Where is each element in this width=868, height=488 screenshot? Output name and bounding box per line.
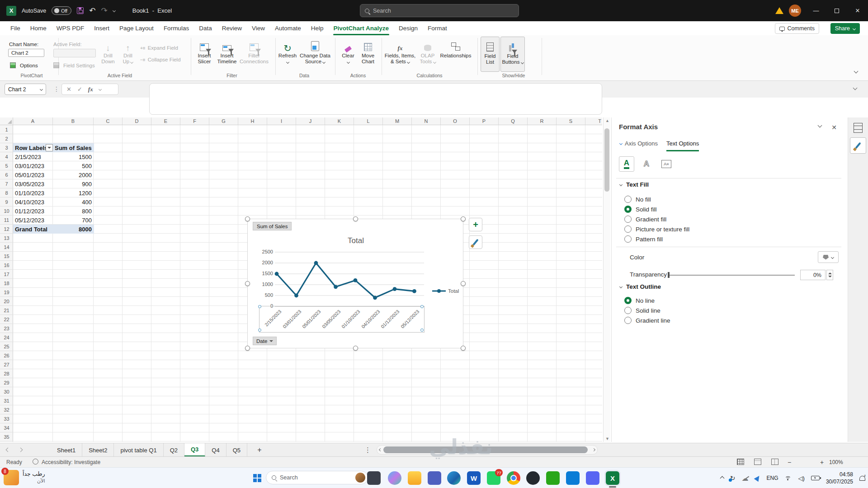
- column-header-R[interactable]: R: [528, 117, 557, 125]
- row-labels-filter-button[interactable]: [46, 144, 53, 151]
- volume-icon[interactable]: ◁): [798, 475, 805, 482]
- menu-tab-wps-pdf[interactable]: WPS PDF: [52, 21, 90, 35]
- chart-resize-handle[interactable]: [245, 216, 250, 221]
- change-data-source-button[interactable]: Change DataSource: [298, 38, 332, 65]
- next-sheet-icon[interactable]: [19, 448, 23, 452]
- cancel-icon[interactable]: ✕: [66, 86, 71, 93]
- sheet-tab-sheet1[interactable]: Sheet1: [51, 443, 82, 457]
- tab-text-options[interactable]: Text Options: [666, 140, 699, 147]
- menu-tab-home[interactable]: Home: [25, 21, 52, 35]
- column-header-J[interactable]: J: [296, 117, 325, 125]
- chart-name-input[interactable]: Chart 2: [8, 49, 44, 57]
- column-header-H[interactable]: H: [238, 117, 267, 125]
- copilot-app-icon[interactable]: [388, 471, 401, 485]
- row-header-1[interactable]: 1: [0, 125, 13, 134]
- menu-tab-view[interactable]: View: [247, 21, 270, 35]
- chart-resize-handle[interactable]: [353, 216, 358, 221]
- row-header-13[interactable]: 13: [0, 234, 13, 243]
- row-header-2[interactable]: 2: [0, 134, 13, 143]
- pivot-row-value[interactable]: 400: [53, 197, 92, 206]
- pivot-row-date[interactable]: 03/05/2023: [15, 179, 44, 188]
- axis-selection-handle[interactable]: [420, 305, 424, 308]
- more-options-icon[interactable]: ⋮: [364, 446, 371, 454]
- clock[interactable]: 04:58 30/07/2025: [826, 471, 853, 485]
- transparency-slider[interactable]: [668, 275, 795, 276]
- titlebar-search-box[interactable]: Search: [360, 4, 519, 17]
- row-header-10[interactable]: 10: [0, 206, 13, 216]
- chart-legend[interactable]: Total: [432, 288, 459, 294]
- fields-pane-icon[interactable]: [854, 123, 863, 133]
- insert-timeline-button[interactable]: InsertTimeline: [213, 38, 241, 65]
- whatsapp-app-icon[interactable]: 77: [487, 471, 500, 485]
- vertical-scroll-thumb[interactable]: [604, 128, 609, 192]
- pane-close-icon[interactable]: ✕: [831, 124, 837, 131]
- column-header-B[interactable]: B: [53, 117, 94, 125]
- excel-logo-icon[interactable]: X: [6, 6, 16, 16]
- row-header-16[interactable]: 16: [0, 261, 13, 270]
- column-header-E[interactable]: E: [151, 117, 180, 125]
- normal-view-icon[interactable]: [737, 459, 744, 465]
- row-header-17[interactable]: 17: [0, 270, 13, 279]
- pivot-row-value[interactable]: 1500: [53, 152, 92, 161]
- row-header-6[interactable]: 6: [0, 170, 13, 179]
- pivot-row-value[interactable]: 500: [53, 161, 92, 170]
- menu-tab-format[interactable]: Format: [423, 21, 452, 35]
- horizontal-scroll-thumb[interactable]: [383, 446, 588, 453]
- scroll-down-icon[interactable]: ▼: [605, 436, 609, 441]
- field-list-button[interactable]: FieldList: [481, 37, 500, 72]
- radio-gradient-fill[interactable]: Gradient fill: [624, 215, 666, 224]
- wifi-icon[interactable]: [785, 476, 792, 481]
- onedrive-paused-icon[interactable]: ☁: [742, 475, 749, 482]
- format-pane-icon[interactable]: [850, 137, 866, 154]
- teams-app-icon[interactable]: [428, 471, 441, 485]
- close-button[interactable]: ✕: [847, 0, 868, 21]
- row-header-29[interactable]: 29: [0, 378, 13, 387]
- language-indicator[interactable]: ENG: [767, 475, 778, 481]
- menu-tab-automate[interactable]: Automate: [270, 21, 306, 35]
- select-all-corner[interactable]: [0, 117, 13, 125]
- notification-bell-icon[interactable]: [859, 476, 865, 481]
- vertical-scrollbar[interactable]: ▲ ▼: [603, 117, 610, 442]
- column-header-D[interactable]: D: [123, 117, 151, 125]
- column-header-Q[interactable]: Q: [499, 117, 528, 125]
- horizontal-scrollbar[interactable]: [377, 445, 598, 455]
- row-header-4[interactable]: 4: [0, 152, 13, 161]
- edge-browser-icon[interactable]: [447, 471, 461, 485]
- row-header-34[interactable]: 34: [0, 423, 13, 432]
- row-header-27[interactable]: 27: [0, 360, 13, 369]
- redo-icon[interactable]: ↷: [101, 7, 107, 14]
- chart-resize-handle[interactable]: [461, 346, 466, 351]
- options-button[interactable]: Options: [10, 62, 38, 68]
- pivot-row-value[interactable]: 800: [53, 206, 92, 216]
- chevron-down-icon[interactable]: [99, 88, 102, 91]
- tray-expand-icon[interactable]: [720, 476, 724, 480]
- row-header-35[interactable]: 35: [0, 432, 13, 441]
- chart-elements-button[interactable]: +: [469, 218, 482, 231]
- name-box[interactable]: Chart 2: [5, 84, 46, 95]
- text-outline-section[interactable]: Text Outline: [620, 283, 661, 290]
- taskbar-search[interactable]: Search: [266, 471, 368, 484]
- pane-collapse-icon[interactable]: [818, 123, 822, 128]
- column-header-N[interactable]: N: [412, 117, 441, 125]
- column-header-I[interactable]: I: [267, 117, 296, 125]
- zoom-out-icon[interactable]: −: [788, 459, 791, 466]
- pivot-row-date[interactable]: 2/15/2023: [15, 152, 41, 161]
- text-fill-outline-button[interactable]: A: [619, 156, 634, 172]
- chart-resize-handle[interactable]: [245, 346, 250, 351]
- github-app-icon[interactable]: [526, 471, 540, 485]
- row-header-22[interactable]: 22: [0, 315, 13, 324]
- snip-app-icon[interactable]: [367, 471, 381, 485]
- column-header-L[interactable]: L: [354, 117, 383, 125]
- textbox-button[interactable]: A≡: [659, 156, 674, 172]
- chart-resize-handle[interactable]: [245, 281, 250, 286]
- fields-items-sets-button[interactable]: fx Fields, Items,& Sets: [382, 38, 419, 65]
- row-header-12[interactable]: 12: [0, 225, 13, 234]
- row-header-3[interactable]: 3: [0, 143, 13, 152]
- grand-total-label[interactable]: Grand Total: [15, 225, 47, 234]
- row-header-11[interactable]: 11: [0, 216, 13, 225]
- battery-icon[interactable]: [811, 476, 820, 480]
- chart-title[interactable]: Total: [248, 236, 464, 245]
- add-sheet-button[interactable]: +: [255, 446, 264, 454]
- zoom-in-icon[interactable]: +: [820, 459, 824, 466]
- pivot-row-value[interactable]: 700: [53, 216, 92, 225]
